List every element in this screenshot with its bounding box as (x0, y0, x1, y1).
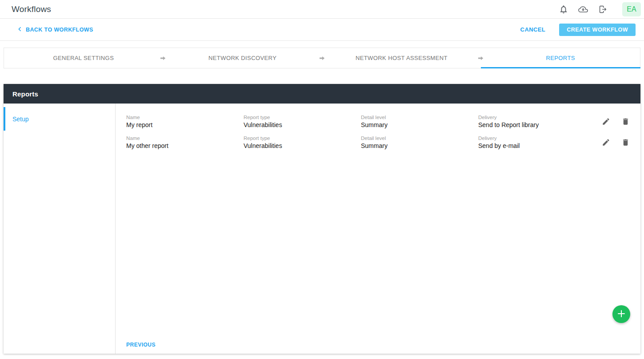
logout-icon (598, 4, 608, 14)
back-to-workflows-link[interactable]: BACK TO WORKFLOWS (17, 26, 93, 33)
page-title: Workflows (12, 4, 51, 14)
step-network-discovery[interactable]: NETWORK DISCOVERY (163, 48, 322, 68)
field-report-type: Report type Vulnerabilities (244, 115, 361, 128)
report-row: Name My other report Report type Vulnera… (126, 136, 630, 149)
field-value: Vulnerabilities (244, 142, 356, 149)
sidebar-item-setup[interactable]: Setup (4, 107, 115, 131)
trash-icon (621, 117, 630, 127)
delete-report-button[interactable] (621, 138, 630, 148)
field-label: Report type (244, 136, 356, 141)
notifications-button[interactable] (555, 0, 572, 18)
row-actions (602, 136, 630, 148)
chevron-left-icon (17, 26, 23, 33)
field-delivery: Delivery Send to Report library (478, 115, 596, 128)
edit-report-button[interactable] (602, 138, 610, 148)
reports-panel: Reports Setup Name My report Report type… (4, 84, 640, 354)
field-name: Name My report (126, 115, 244, 128)
field-name: Name My other report (126, 136, 244, 149)
panel-header: Reports (4, 84, 640, 104)
toolbar-actions: CANCEL CREATE WORKFLOW (520, 24, 636, 36)
field-delivery: Delivery Send by e-mail (478, 136, 596, 149)
field-value: Send to Report library (478, 121, 591, 128)
panel-title: Reports (12, 90, 38, 98)
field-value: Summary (361, 142, 474, 149)
field-value: My other report (126, 142, 239, 149)
field-value: My report (126, 121, 239, 128)
step-reports[interactable]: REPORTS (481, 48, 640, 68)
field-detail-level: Detail level Summary (361, 115, 478, 128)
field-label: Name (126, 136, 239, 141)
field-label: Delivery (478, 136, 591, 141)
field-label: Report type (244, 115, 356, 120)
bell-icon (559, 4, 568, 14)
plus-icon (617, 309, 626, 319)
app-header: Workflows EA (0, 0, 644, 19)
row-actions (602, 115, 630, 127)
field-report-type: Report type Vulnerabilities (244, 136, 361, 149)
field-label: Detail level (361, 136, 474, 141)
field-value: Send by e-mail (478, 142, 591, 149)
pencil-icon (602, 138, 610, 148)
panel-content: Name My report Report type Vulnerabiliti… (116, 104, 640, 354)
logout-button[interactable] (594, 0, 612, 18)
wizard-toolbar: BACK TO WORKFLOWS CANCEL CREATE WORKFLOW (0, 19, 644, 41)
trash-icon (621, 138, 630, 148)
step-network-host-assessment[interactable]: NETWORK HOST ASSESSMENT (322, 48, 481, 68)
cancel-button[interactable]: CANCEL (520, 26, 546, 33)
cloud-download-icon (578, 4, 588, 15)
wizard-stepper: GENERAL SETTINGS NETWORK DISCOVERY NETWO… (4, 48, 640, 68)
avatar[interactable]: EA (622, 2, 641, 16)
cloud-download-button[interactable] (574, 0, 592, 18)
previous-link[interactable]: PREVIOUS (126, 342, 156, 348)
field-label: Detail level (361, 115, 474, 120)
step-general-settings[interactable]: GENERAL SETTINGS (4, 48, 163, 68)
panel-sidebar: Setup (4, 104, 116, 354)
field-value: Vulnerabilities (244, 121, 356, 128)
report-row: Name My report Report type Vulnerabiliti… (126, 115, 630, 128)
delete-report-button[interactable] (621, 117, 630, 127)
field-label: Delivery (478, 115, 591, 120)
create-workflow-button[interactable]: CREATE WORKFLOW (559, 24, 636, 36)
pencil-icon (602, 117, 610, 127)
field-value: Summary (361, 121, 474, 128)
panel-body: Setup Name My report Report type Vulnera… (4, 104, 640, 354)
field-label: Name (126, 115, 239, 120)
add-report-fab[interactable] (612, 305, 630, 323)
field-detail-level: Detail level Summary (361, 136, 478, 149)
back-to-workflows-label: BACK TO WORKFLOWS (26, 27, 93, 33)
header-actions: EA (553, 0, 641, 18)
edit-report-button[interactable] (602, 117, 610, 127)
